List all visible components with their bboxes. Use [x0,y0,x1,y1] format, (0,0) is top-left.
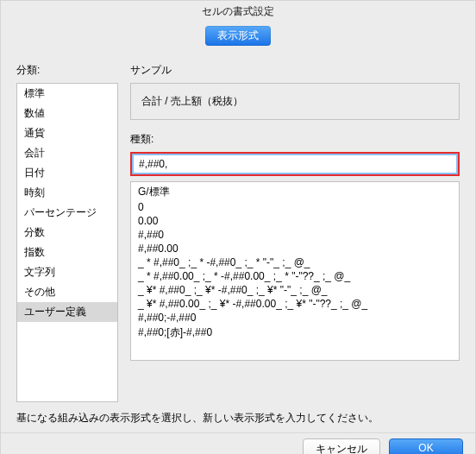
sample-box: 合計 / 売上額（税抜） [130,83,460,120]
type-item[interactable]: _ ¥* #,##0.00_ ;_ ¥* -#,##0.00_ ;_ ¥* "-… [131,297,459,311]
sample-value: 合計 / 売上額（税抜） [141,95,243,107]
type-item[interactable]: _ * #,##0_ ;_ * -#,##0_ ;_ * "-"_ ;_ @_ [131,255,459,269]
category-item[interactable]: 標準 [17,84,117,104]
type-item[interactable]: #,##0;-#,##0 [131,311,459,325]
right-column: サンプル 合計 / 売上額（税抜） 種類: G/標準00.00#,##0#,##… [130,63,460,402]
type-item[interactable]: 0 [131,200,459,214]
type-item[interactable]: G/標準 [131,184,459,200]
button-row: キャンセル OK [1,432,475,454]
sample-label: サンプル [130,63,460,78]
category-item[interactable]: 文字列 [17,262,117,282]
tab-bar: 表示形式 [1,21,475,54]
type-item[interactable]: _ * #,##0.00_ ;_ * -#,##0.00_ ;_ * "-"??… [131,269,459,283]
category-item[interactable]: 分数 [17,223,117,243]
category-item[interactable]: パーセンテージ [17,203,117,223]
category-item[interactable]: 指数 [17,243,117,262]
category-list[interactable]: 標準数値通貨会計日付時刻パーセンテージ分数指数文字列その他ユーザー定義 [16,83,118,402]
type-item[interactable]: _ ¥* #,##0_ ;_ ¥* -#,##0_ ;_ ¥* "-"_ ;_ … [131,283,459,297]
type-item[interactable]: #,##0;[赤]-#,##0 [131,325,459,341]
category-label: 分類: [16,63,118,78]
format-cells-dialog: セルの書式設定 表示形式 分類: 標準数値通貨会計日付時刻パーセンテージ分数指数… [0,0,476,454]
tab-display-format[interactable]: 表示形式 [205,26,271,46]
type-input-highlight [130,152,460,176]
category-item[interactable]: その他 [17,282,117,302]
category-item[interactable]: 日付 [17,163,117,183]
category-column: 分類: 標準数値通貨会計日付時刻パーセンテージ分数指数文字列その他ユーザー定義 [16,63,118,402]
category-item[interactable]: 通貨 [17,123,117,143]
dialog-title: セルの書式設定 [1,1,475,21]
type-item[interactable]: #,##0.00 [131,242,459,255]
type-item[interactable]: #,##0 [131,228,459,242]
ok-button[interactable]: OK [389,438,463,454]
body: 分類: 標準数値通貨会計日付時刻パーセンテージ分数指数文字列その他ユーザー定義 … [1,63,475,402]
type-item[interactable]: 0.00 [131,214,459,228]
type-input[interactable] [133,154,457,173]
category-item[interactable]: 数値 [17,104,117,123]
type-list[interactable]: G/標準00.00#,##0#,##0.00_ * #,##0_ ;_ * -#… [130,181,460,361]
cancel-button[interactable]: キャンセル [303,438,380,454]
category-item[interactable]: ユーザー定義 [17,302,117,322]
type-label: 種類: [130,132,460,147]
footer-hint: 基になる組み込みの表示形式を選択し、新しい表示形式を入力してください。 [1,402,475,432]
category-item[interactable]: 時刻 [17,183,117,203]
category-item[interactable]: 会計 [17,143,117,163]
